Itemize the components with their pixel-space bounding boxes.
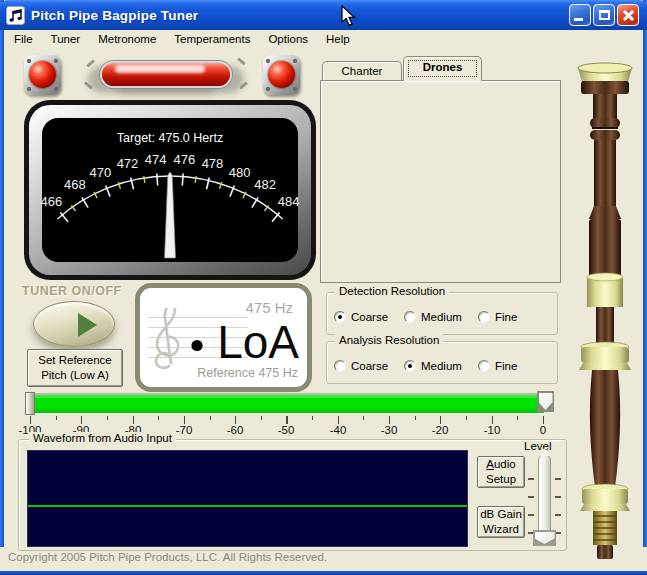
- note-frequency: 475 Hz: [245, 299, 293, 316]
- title-bar[interactable]: Pitch Pipe Bagpipe Tuner: [0, 0, 647, 30]
- minimize-icon: [574, 18, 583, 21]
- menu-temperaments[interactable]: Temperaments: [165, 31, 259, 47]
- waveform-trace: [28, 505, 467, 507]
- tuner-onoff-button[interactable]: [33, 301, 115, 347]
- app-window: Pitch Pipe Bagpipe Tuner File Tuner Metr…: [0, 0, 647, 575]
- menu-help[interactable]: Help: [317, 31, 359, 47]
- maximize-icon: [599, 10, 610, 20]
- meter-needle: [165, 172, 176, 258]
- note-display-panel: 475 Hz LoA Reference 475 Hz: [135, 283, 312, 392]
- tab-panel: [320, 80, 561, 283]
- radio-detection-fine[interactable]: [478, 311, 490, 323]
- tuner-onoff-label: TUNER ON/OFF: [22, 284, 122, 298]
- music-note-icon: [6, 6, 25, 25]
- red-pill-lamp-icon: [100, 61, 232, 88]
- maximize-button[interactable]: [593, 4, 615, 26]
- menu-file[interactable]: File: [5, 31, 42, 47]
- waveform-group: Waveform from Audio Input Audio Setup dB…: [18, 439, 567, 551]
- level-bar-right-thumb[interactable]: [537, 391, 554, 412]
- window-title: Pitch Pipe Bagpipe Tuner: [31, 8, 198, 23]
- note-dot-icon: [191, 340, 202, 351]
- menu-bar: File Tuner Metronome Temperaments Option…: [4, 30, 643, 48]
- svg-text:472: 472: [117, 156, 139, 171]
- audio-setup-button[interactable]: Audio Setup: [477, 456, 525, 488]
- radio-analysis-coarse[interactable]: [334, 360, 346, 372]
- svg-text:470: 470: [89, 165, 111, 180]
- radio-analysis-medium[interactable]: [404, 360, 416, 372]
- svg-text:484: 484: [278, 194, 300, 209]
- svg-text:482: 482: [254, 177, 276, 192]
- minimize-button[interactable]: [569, 4, 591, 26]
- svg-text:468: 468: [64, 177, 86, 192]
- db-gain-wizard-button[interactable]: dB Gain Wizard: [477, 506, 525, 538]
- bagpipe-drone-image: [570, 50, 640, 563]
- meter-target-label: Target: 475.0 Hertz: [117, 131, 223, 145]
- close-button[interactable]: [617, 4, 639, 26]
- svg-text:466: 466: [41, 194, 63, 209]
- level-slider-thumb[interactable]: [533, 530, 556, 546]
- level-bar-left-thumb[interactable]: [25, 392, 35, 415]
- signal-level-bar: [30, 393, 544, 414]
- menu-tuner[interactable]: Tuner: [42, 31, 90, 47]
- waveform-display: [27, 450, 468, 547]
- set-reference-pitch-button[interactable]: Set Reference Pitch (Low A): [27, 349, 123, 387]
- svg-text:474: 474: [145, 152, 167, 167]
- menu-options[interactable]: Options: [259, 31, 317, 47]
- radio-detection-medium[interactable]: [404, 311, 416, 323]
- menu-metronome[interactable]: Metronome: [89, 31, 165, 47]
- tab-chanter[interactable]: Chanter: [322, 61, 402, 80]
- window-border: [0, 571, 647, 575]
- svg-text:476: 476: [173, 152, 195, 167]
- red-led-icon: [263, 55, 300, 95]
- radio-analysis-fine[interactable]: [478, 360, 490, 372]
- copyright-text: Copyright 2005 Pitch Pipe Products, LLC.…: [8, 551, 327, 563]
- radio-detection-coarse[interactable]: [334, 311, 346, 323]
- tab-drones[interactable]: Drones: [403, 56, 482, 81]
- mouse-cursor-icon: [341, 5, 357, 28]
- red-led-icon: [24, 55, 61, 95]
- note-name: LoA: [217, 319, 299, 365]
- window-border: [0, 0, 4, 547]
- note-reference: Reference 475 Hz: [197, 366, 298, 380]
- tuning-meter: Target: 475.0 Hertz 466 468: [24, 100, 316, 280]
- svg-text:478: 478: [202, 156, 224, 171]
- window-border: [643, 0, 647, 547]
- svg-text:480: 480: [229, 165, 251, 180]
